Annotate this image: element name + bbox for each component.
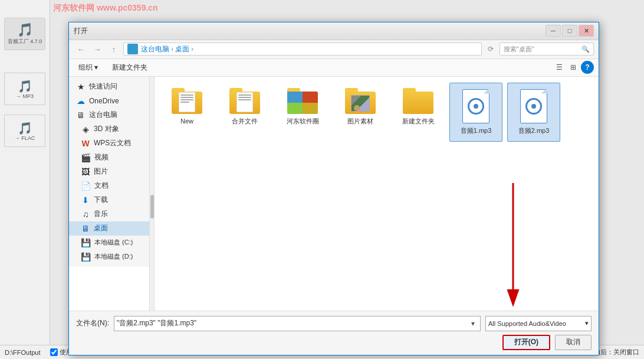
nav-item-video[interactable]: 🎬 视频 [69,151,154,165]
filename-dropdown-icon[interactable]: ▾ [468,316,478,331]
this-pc-icon: 🖥 [76,110,86,120]
file-item-new[interactable]: New [160,83,213,142]
file-item-mp3-2[interactable]: 音频2.mp3 [507,83,560,142]
nav-item-pictures[interactable]: 🖼 图片 [69,165,154,179]
address-part-desktop[interactable]: 桌面 [175,44,189,54]
file-label-new: New [180,117,193,125]
onedrive-icon: ☁ [76,96,86,106]
action-row: 打开(O) 取消 [76,335,592,350]
dialog-main: ★ 快速访问 ☁ OneDrive 🖥 这台电脑 ◈ 3D 对象 [69,77,599,311]
file-item-hedongrj[interactable]: 河东软件圈 [276,83,329,142]
minimize-button[interactable]: ─ [546,25,561,37]
folder-new2-icon [403,88,433,114]
file-label-new2: 新建文件夹 [402,117,435,125]
folder-images-icon [345,88,376,114]
dialog-title: 打开 [74,26,88,36]
cancel-button[interactable]: 取消 [555,335,592,350]
nav-item-music[interactable]: ♫ 音乐 [69,207,154,221]
nav-label-downloads: 下载 [94,195,108,205]
video-icon: 🎬 [81,153,91,162]
quick-access-icon: ★ [76,82,86,92]
nav-item-documents[interactable]: 📄 文档 [69,179,154,193]
folder-merge-icon [229,88,260,114]
help-button[interactable]: ? [581,61,594,74]
folder-hedongrj-icon [287,88,318,114]
view-icons: ☰ ⊞ ? [553,61,594,74]
mp3-circle-1 [468,98,484,115]
nav-label-local-d: 本地磁盘 (D:) [94,252,133,261]
nav-item-desktop[interactable]: 🖥 桌面 [69,221,154,236]
maximize-button[interactable]: □ [562,25,577,37]
wps-cloud-icon: W [81,139,90,148]
search-icon: 🔍 [581,45,590,53]
file-label-merge: 合并文件 [232,117,258,125]
filetype-value: All Supported Audio&Video [488,320,566,327]
forward-button[interactable]: → [90,43,104,56]
file-label-mp3-2: 音频2.mp3 [518,126,550,135]
dialog-overlay: 打开 ─ □ ✕ ← → ↑ 这台电脑 › 桌面 › ⟳ 搜索 [0,0,644,359]
filetype-dropdown-icon: ▾ [585,319,589,327]
left-navigation: ★ 快速访问 ☁ OneDrive 🖥 这台电脑 ◈ 3D 对象 [69,77,155,311]
new-folder-button[interactable]: 新建文件夹 [107,61,152,74]
nav-item-local-d[interactable]: 💾 本地磁盘 (D:) [69,250,154,264]
nav-item-quick-access[interactable]: ★ 快速访问 [69,80,154,94]
filetype-select[interactable]: All Supported Audio&Video ▾ [485,316,592,331]
nav-item-3d-objects[interactable]: ◈ 3D 对象 [69,122,154,136]
nav-item-this-pc[interactable]: 🖥 这台电脑 [69,108,154,122]
nav-item-onedrive[interactable]: ☁ OneDrive [69,94,154,108]
file-label-hedongrj: 河东软件圈 [287,117,319,125]
search-box[interactable]: 搜索"桌面" 🔍 [500,43,594,56]
nav-label-desktop: 桌面 [94,223,108,233]
scrollbar-thumb [150,195,154,218]
music-icon: ♫ [81,210,90,219]
nav-label-local-c: 本地磁盘 (C:) [94,238,133,247]
mp3-circle-2 [525,98,542,115]
address-part-pc[interactable]: 这台电脑 [141,44,169,54]
nav-label-pictures: 图片 [94,167,108,177]
nav-tree: ★ 快速访问 ☁ OneDrive 🖥 这台电脑 ◈ 3D 对象 [69,77,155,267]
close-button[interactable]: ✕ [579,25,594,37]
pictures-icon: 🖼 [81,167,90,177]
up-button[interactable]: ↑ [107,43,121,56]
organize-button[interactable]: 组织 ▾ [74,61,103,74]
nav-item-local-c[interactable]: 💾 本地磁盘 (C:) [69,236,154,250]
nav-label-video: 视频 [94,152,109,162]
3d-objects-icon: ◈ [81,125,90,134]
desktop-icon: 🖥 [81,224,90,233]
nav-label-quick-access: 快速访问 [89,81,117,92]
nav-item-downloads[interactable]: ⬇ 下载 [69,193,154,207]
nav-item-wps-cloud[interactable]: W WPS云文档 [69,136,154,151]
nav-label-documents: 文档 [94,181,109,191]
nav-label-wps-cloud: WPS云文档 [94,138,131,148]
filename-input-wrap: ▾ [114,316,481,331]
nav-label-3d-objects: 3D 对象 [94,124,119,134]
address-icon [127,44,138,54]
file-item-merge[interactable]: 合并文件 [218,83,271,142]
address-toolbar: ← → ↑ 这台电脑 › 桌面 › ⟳ 搜索"桌面" 🔍 [69,40,599,59]
view-details-button[interactable]: ⊞ [567,61,580,74]
file-item-mp3-1[interactable]: 音频1.mp3 [449,83,502,142]
file-label-mp3-1: 音频1.mp3 [461,126,492,135]
filename-row: 文件名(N): ▾ All Supported Audio&Video ▾ [76,316,592,331]
file-item-images[interactable]: 图片素材 [334,83,387,142]
back-button[interactable]: ← [74,43,88,56]
mp3-1-icon [461,88,491,123]
dialog-bottom: 文件名(N): ▾ All Supported Audio&Video ▾ 打开… [69,311,599,355]
nav-label-this-pc: 这台电脑 [89,110,117,120]
refresh-button[interactable]: ⟳ [484,43,497,56]
search-placeholder: 搜索"桌面" [504,45,534,54]
folder-icon [172,88,202,114]
local-c-icon: 💾 [81,238,91,247]
scrollbar-track[interactable] [149,77,154,311]
titlebar-controls: ─ □ ✕ [546,25,594,37]
file-item-new2[interactable]: 新建文件夹 [392,83,445,142]
view-list-button[interactable]: ☰ [553,61,566,74]
open-button[interactable]: 打开(O) [502,335,550,350]
address-bar[interactable]: 这台电脑 › 桌面 › [123,43,482,56]
nav-label-music: 音乐 [94,209,108,219]
downloads-icon: ⬇ [81,195,90,205]
filename-input[interactable] [117,319,468,328]
documents-icon: 📄 [81,181,91,191]
file-grid: New 合并文件 [155,77,599,311]
open-file-dialog: 打开 ─ □ ✕ ← → ↑ 这台电脑 › 桌面 › ⟳ 搜索 [68,22,599,355]
